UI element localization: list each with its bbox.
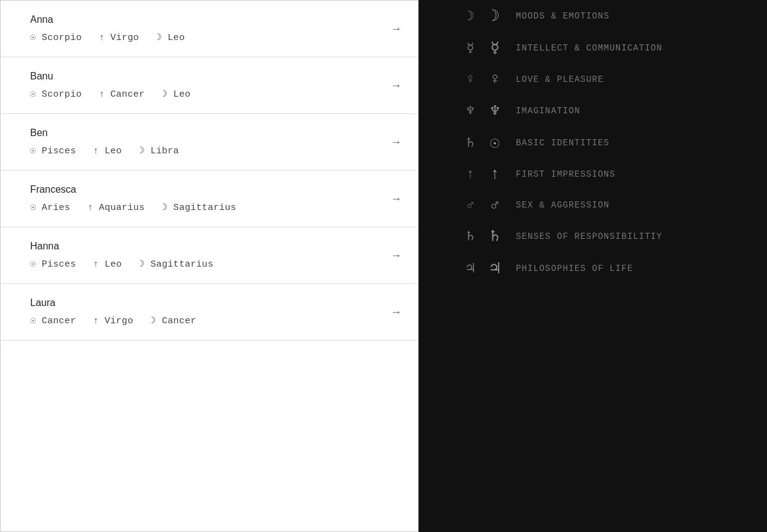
person-name: Laura — [30, 297, 196, 308]
legend-label: INTELLECT & COMMUNICATION — [516, 43, 662, 53]
legend-item: ↑ ↑ FIRST IMPRESSIONS — [443, 159, 742, 190]
person-row[interactable]: Anna ☉ Scorpio ↑ Virgo ☽ Leo → — [1, 1, 418, 57]
legend-main-symbol: ♆ — [485, 101, 505, 121]
legend-planet-symbol: ♀ — [462, 72, 479, 87]
legend-item: ☽ ☽ MOODS & EMOTIONS — [443, 0, 742, 32]
legend-planet-symbol: ☿ — [462, 40, 479, 57]
legend-symbol-pair: ♆ ♆ — [443, 101, 505, 121]
legend-item: ♄ ☉ BASIC IDENTITIES — [443, 127, 742, 159]
legend-main-symbol: ☉ — [485, 133, 505, 153]
person-info: Francesca ☉ Aries ↑ Aquarius ☽ Sagittari… — [30, 184, 236, 213]
legend-symbol-pair: ☿ ☿ — [443, 38, 505, 58]
legend-planet-symbol: ♄ — [462, 135, 479, 151]
legend-planet-symbol: ☽ — [462, 8, 479, 25]
legend-label: PHILOSOPHIES OF LIFE — [516, 264, 633, 273]
person-name: Francesca — [30, 184, 236, 195]
person-signs: ☉ Pisces ↑ Leo ☽ Libra — [30, 145, 179, 156]
legend-label: SENSES OF RESPONSIBILITIY — [516, 232, 662, 241]
legend-main-symbol: ♄ — [485, 227, 505, 246]
legend-label: BASIC IDENTITIES — [516, 138, 609, 148]
legend-item: ♂ ♂ SEX & AGGRESSION — [443, 190, 742, 220]
person-row[interactable]: Ben ☉ Pisces ↑ Leo ☽ Libra → — [1, 114, 418, 171]
legend-planet-symbol: ♄ — [462, 228, 479, 245]
person-name: Ben — [30, 127, 179, 139]
legend-main-symbol: ↑ — [485, 165, 505, 183]
person-signs: ☉ Cancer ↑ Virgo ☽ Cancer — [30, 315, 196, 326]
person-info: Laura ☉ Cancer ↑ Virgo ☽ Cancer — [30, 297, 196, 326]
legend-symbol-pair: ↑ ↑ — [443, 165, 505, 183]
legend-label: MOODS & EMOTIONS — [516, 11, 609, 21]
legend-main-symbol: ♂ — [485, 196, 505, 214]
person-info: Anna ☉ Scorpio ↑ Virgo ☽ Leo — [30, 14, 185, 43]
legend-planet-symbol: ♂ — [462, 198, 479, 213]
legend-symbol-pair: ♀ ♀ — [443, 70, 505, 89]
row-arrow: → — [393, 136, 400, 148]
person-name: Banu — [30, 71, 191, 82]
legend-planet-symbol: ♆ — [462, 103, 479, 119]
row-arrow: → — [393, 306, 400, 318]
legend-label: LOVE & PLEASURE — [516, 75, 604, 84]
legend-planet-symbol: ♃ — [462, 260, 479, 277]
legend-item: ♄ ♄ SENSES OF RESPONSIBILITIY — [443, 220, 742, 252]
legend-symbol-pair: ☽ ☽ — [443, 6, 505, 26]
row-arrow: → — [393, 249, 400, 262]
row-arrow: → — [393, 193, 400, 205]
legend-symbol-pair: ♃ ♃ — [443, 259, 505, 278]
legend-main-symbol: ☽ — [485, 6, 505, 26]
legend-main-symbol: ♃ — [485, 259, 505, 278]
legend-main-symbol: ♀ — [485, 70, 505, 89]
legend-item: ♀ ♀ LOVE & PLEASURE — [443, 64, 742, 95]
person-info: Hanna ☉ Pisces ↑ Leo ☽ Sagittarius — [30, 241, 214, 270]
legend-item: ☿ ☿ INTELLECT & COMMUNICATION — [443, 32, 742, 64]
legend-label: FIRST IMPRESSIONS — [516, 169, 616, 179]
person-signs: ☉ Aries ↑ Aquarius ☽ Sagittarius — [30, 201, 236, 213]
row-arrow: → — [393, 79, 400, 92]
legend-symbol-pair: ♂ ♂ — [443, 196, 505, 214]
people-list: Anna ☉ Scorpio ↑ Virgo ☽ Leo → Banu ☉ Sc… — [0, 0, 419, 532]
person-name: Hanna — [30, 241, 214, 252]
person-row[interactable]: Francesca ☉ Aries ↑ Aquarius ☽ Sagittari… — [1, 171, 418, 227]
legend-item: ♆ ♆ IMAGINATION — [443, 95, 742, 127]
legend-label: SEX & AGGRESSION — [516, 200, 609, 210]
legend-panel: ☽ ☽ MOODS & EMOTIONS ☿ ☿ INTELLECT & COM… — [419, 0, 767, 532]
person-row[interactable]: Laura ☉ Cancer ↑ Virgo ☽ Cancer → — [1, 284, 418, 341]
legend-symbol-pair: ♄ ♄ — [443, 227, 505, 246]
legend-item: ♃ ♃ PHILOSOPHIES OF LIFE — [443, 252, 742, 284]
person-signs: ☉ Scorpio ↑ Cancer ☽ Leo — [30, 88, 191, 100]
person-row[interactable]: Banu ☉ Scorpio ↑ Cancer ☽ Leo → — [1, 57, 418, 114]
person-name: Anna — [30, 14, 185, 25]
person-signs: ☉ Pisces ↑ Leo ☽ Sagittarius — [30, 258, 214, 270]
row-arrow: → — [393, 23, 400, 35]
legend-symbol-pair: ♄ ☉ — [443, 133, 505, 153]
person-row[interactable]: Hanna ☉ Pisces ↑ Leo ☽ Sagittarius → — [1, 227, 418, 284]
person-info: Banu ☉ Scorpio ↑ Cancer ☽ Leo — [30, 71, 191, 100]
legend-label: IMAGINATION — [516, 106, 580, 116]
legend-planet-symbol: ↑ — [462, 167, 479, 182]
legend-main-symbol: ☿ — [485, 38, 505, 58]
person-signs: ☉ Scorpio ↑ Virgo ☽ Leo — [30, 31, 185, 43]
person-info: Ben ☉ Pisces ↑ Leo ☽ Libra — [30, 127, 179, 156]
